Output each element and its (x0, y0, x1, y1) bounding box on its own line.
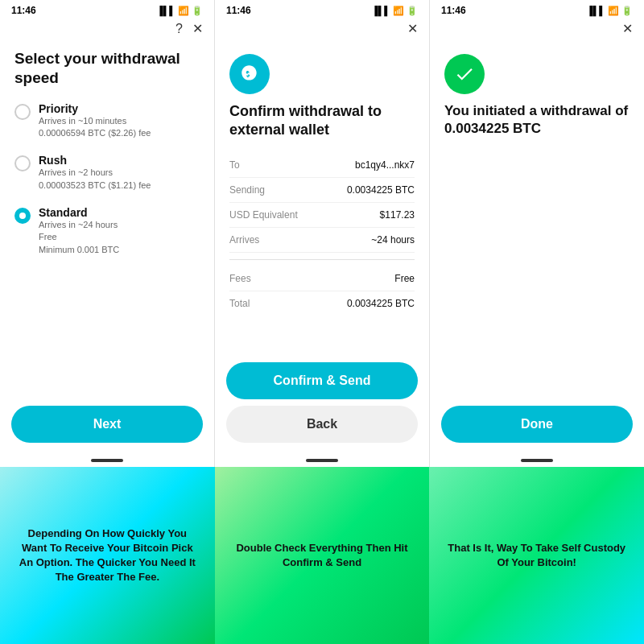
option-name-rush: Rush (39, 154, 151, 167)
home-indicator-2 (215, 454, 429, 467)
signal-icon-2: ▐▌▌ (372, 6, 390, 15)
option-priority[interactable]: Priority Arrives in ~10 minutes0.0000659… (14, 102, 200, 140)
screen-speed-select: 11:46 ▐▌▌ 📶 🔋 ? ✕ Select your withdrawal… (0, 0, 215, 467)
caption-text-2: Double Check Everything Then Hit Confirm… (229, 541, 415, 570)
screens-row: 11:46 ▐▌▌ 📶 🔋 ? ✕ Select your withdrawal… (0, 0, 644, 467)
back-button[interactable]: Back (226, 406, 418, 443)
detail-value-fees: Free (394, 273, 415, 284)
option-text-rush: Rush Arrives in ~2 hours0.00003523 BTC (… (39, 154, 151, 192)
detail-value-total: 0.0034225 BTC (347, 298, 415, 309)
battery-icon-2: 🔋 (407, 6, 418, 16)
home-bar-2 (306, 459, 338, 462)
success-icon-circle (444, 54, 485, 94)
home-bar-3 (521, 459, 553, 462)
top-nav-1: ? ✕ (0, 19, 214, 41)
radio-standard[interactable] (14, 208, 31, 224)
checkmark-icon (454, 64, 475, 85)
screen-content-3: You initiated a withdrawal of 0.0034225 … (430, 41, 644, 398)
screen-confirm: 11:46 ▐▌▌ 📶 🔋 ✕ Confirm withdrawal to ex… (215, 0, 430, 467)
detail-fees: Fees Free (229, 266, 415, 291)
screen-content-1: Select your withdrawal speed Priority Ar… (0, 41, 214, 398)
fee-divider (229, 259, 415, 260)
caption-cell-2: Double Check Everything Then Hit Confirm… (215, 467, 430, 644)
status-icons-2: ▐▌▌ 📶 🔋 (372, 6, 418, 16)
caption-cell-3: That Is It, Way To Take Self Custody Of … (429, 467, 644, 644)
detail-label-total: Total (229, 298, 250, 309)
status-time-2: 11:46 (226, 5, 251, 16)
top-nav-3: ✕ (430, 19, 644, 41)
wifi-icon-3: 📶 (608, 6, 619, 16)
btn-area-3: Done (430, 398, 644, 454)
detail-arrives: Arrives ~24 hours (229, 228, 415, 253)
confirm-send-button[interactable]: Confirm & Send (226, 362, 418, 399)
status-bar-2: 11:46 ▐▌▌ 📶 🔋 (215, 0, 429, 19)
close-icon-1[interactable]: ✕ (192, 21, 203, 36)
top-nav-2: ✕ (215, 19, 429, 41)
done-button[interactable]: Done (441, 406, 633, 443)
status-time-1: 11:46 (11, 5, 36, 16)
btn-area-1: Next (0, 398, 214, 454)
status-icons-1: ▐▌▌ 📶 🔋 (157, 6, 203, 16)
detail-value-to: bc1qy4...nkx7 (355, 159, 415, 171)
detail-label-usd: USD Equivalent (229, 209, 298, 221)
success-title: You initiated a withdrawal of 0.0034225 … (444, 102, 630, 138)
option-desc-rush: Arrives in ~2 hours0.00003523 BTC ($1.21… (39, 167, 151, 192)
option-rush[interactable]: Rush Arrives in ~2 hours0.00003523 BTC (… (14, 154, 200, 192)
home-indicator-3 (430, 454, 644, 467)
status-bar-1: 11:46 ▐▌▌ 📶 🔋 (0, 0, 214, 19)
detail-label-to: To (229, 159, 240, 171)
radio-rush[interactable] (14, 155, 31, 171)
close-icon-3[interactable]: ✕ (622, 21, 633, 36)
detail-value-usd: $117.23 (380, 209, 415, 221)
page-title-1: Select your withdrawal speed (14, 49, 200, 88)
status-icons-3: ▐▌▌ 📶 🔋 (587, 6, 633, 16)
caption-cell-1: Depending On How Quickly You Want To Rec… (0, 467, 215, 644)
signal-icon-1: ▐▌▌ (157, 6, 175, 15)
bitcoin-icon (239, 64, 260, 85)
status-time-3: 11:46 (441, 5, 466, 16)
detail-value-arrives: ~24 hours (371, 234, 415, 246)
confirm-title: Confirm withdrawal to external wallet (229, 102, 415, 138)
detail-value-sending: 0.0034225 BTC (347, 184, 415, 196)
option-standard[interactable]: Standard Arrives in ~24 hoursFreeMinimum… (14, 206, 200, 256)
screen-success: 11:46 ▐▌▌ 📶 🔋 ✕ You initiated a withdraw… (430, 0, 644, 467)
caption-text-3: That Is It, Way To Take Self Custody Of … (444, 541, 630, 570)
screen-content-2: Confirm withdrawal to external wallet To… (215, 41, 429, 354)
option-desc-standard: Arrives in ~24 hoursFreeMinimum 0.001 BT… (39, 219, 119, 256)
wifi-icon-2: 📶 (393, 6, 404, 16)
detail-total: Total 0.0034225 BTC (229, 291, 415, 316)
captions-row: Depending On How Quickly You Want To Rec… (0, 467, 644, 644)
detail-usd: USD Equivalent $117.23 (229, 203, 415, 228)
option-text-standard: Standard Arrives in ~24 hoursFreeMinimum… (39, 206, 119, 256)
home-bar-1 (91, 459, 123, 462)
option-desc-priority: Arrives in ~10 minutes0.00006594 BTC ($2… (39, 115, 151, 140)
next-button[interactable]: Next (11, 406, 203, 443)
detail-label-sending: Sending (229, 184, 265, 196)
detail-label-arrives: Arrives (229, 234, 259, 246)
btn-area-2: Confirm & Send Back (215, 354, 429, 454)
signal-icon-3: ▐▌▌ (587, 6, 605, 15)
option-name-priority: Priority (39, 102, 151, 115)
detail-sending: Sending 0.0034225 BTC (229, 178, 415, 203)
home-indicator-1 (0, 454, 214, 467)
radio-priority[interactable] (14, 104, 31, 120)
wifi-icon-1: 📶 (178, 6, 189, 16)
detail-to: To bc1qy4...nkx7 (229, 153, 415, 178)
option-text-priority: Priority Arrives in ~10 minutes0.0000659… (39, 102, 151, 140)
battery-icon-1: 🔋 (192, 6, 203, 16)
bitcoin-icon-circle (229, 54, 270, 94)
close-icon-2[interactable]: ✕ (407, 21, 418, 36)
battery-icon-3: 🔋 (621, 6, 633, 16)
option-name-standard: Standard (39, 206, 119, 219)
status-bar-3: 11:46 ▐▌▌ 📶 🔋 (430, 0, 644, 19)
caption-text-1: Depending On How Quickly You Want To Rec… (14, 526, 200, 585)
question-icon[interactable]: ? (175, 22, 183, 36)
detail-label-fees: Fees (229, 273, 251, 284)
